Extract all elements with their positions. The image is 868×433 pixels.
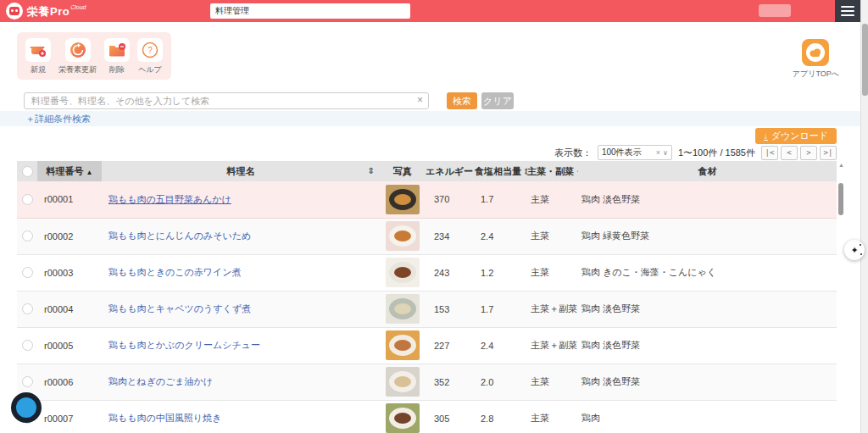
row-select-radio[interactable] (22, 194, 33, 205)
cloud-icon (802, 39, 829, 66)
energy-value: 370 (426, 181, 475, 218)
search-clear-icon[interactable]: × (417, 94, 423, 106)
advanced-search-band (0, 111, 868, 126)
table-row: r00001 鶏もも肉の五目野菜あんかけ 370 1.7 主菜 鶏肉 淡色野菜 (17, 181, 837, 218)
column-header-energy[interactable]: エネルギー⇕ (426, 161, 475, 181)
recipe-name-link[interactable]: 鶏もも肉の中国風照り焼き (108, 413, 221, 423)
hamburger-menu-button[interactable] (835, 0, 860, 22)
svg-text:?: ? (147, 46, 153, 55)
salt-value: 2.4 (475, 218, 527, 254)
help-label: ヘルプ (138, 64, 162, 75)
row-select-radio[interactable] (22, 267, 33, 278)
recipe-code: r00007 (37, 400, 102, 433)
table-scrollbar-up-icon[interactable]: ▲ (838, 162, 844, 168)
recipe-photo (386, 258, 420, 287)
sort-icon: ⇕ (368, 166, 375, 175)
row-select-radio[interactable] (22, 340, 33, 351)
energy-value: 305 (426, 400, 475, 433)
recipe-code: r00005 (37, 327, 102, 364)
salt-value: 1.2 (475, 254, 527, 291)
row-select-radio[interactable] (22, 303, 33, 314)
list-controls: 表示数： 100件表示 × ∨ 1〜100件 / 1585件 |< < > >| (554, 145, 837, 160)
table-row: r00006 鶏肉とねぎのごま油かけ 352 2.0 主菜 鶏肉 淡色野菜 (17, 364, 837, 400)
sort-ascending-icon: ▲ (86, 169, 93, 176)
clear-button[interactable]: クリア (481, 92, 514, 109)
nutrient-update-button[interactable]: 栄養素更新 (58, 38, 97, 75)
help-button[interactable]: ? ヘルプ (137, 38, 163, 75)
page-last-button[interactable]: >| (820, 146, 837, 160)
browser-scrollbar-thumb[interactable] (862, 24, 868, 96)
download-icon: ↓ (764, 132, 768, 141)
question-icon: ? (137, 38, 163, 62)
column-header-name[interactable]: 料理名⇕ (102, 161, 380, 181)
recipe-code: r00006 (37, 364, 102, 400)
recipe-name-link[interactable]: 鶏もも肉の五目野菜あんかけ (108, 194, 231, 204)
ingredients-value: 鶏肉 淡色野菜 (578, 364, 837, 400)
recipe-photo (386, 330, 420, 360)
recipe-name-link[interactable]: 鶏肉とねぎのごま油かけ (108, 376, 213, 386)
recipe-photo (386, 185, 420, 214)
recipe-name-link[interactable]: 鶏もも肉ときのこの赤ワイン煮 (108, 267, 242, 277)
app-top-button[interactable]: アプリTOPへ (793, 39, 839, 80)
user-name-chip (759, 4, 791, 17)
advanced-search-link[interactable]: ＋詳細条件検索 (25, 113, 91, 125)
table-header-row: 料理番号▲ 料理名⇕ 写真 エネルギー⇕ 食塩相当量⇕ 主菜・副菜・他 食材 (17, 161, 837, 181)
row-select-radio[interactable] (22, 376, 33, 387)
result-range-text: 1〜100件 / 1585件 (678, 147, 755, 159)
energy-value: 243 (426, 254, 475, 291)
table-row: r00002 鶏もも肉とにんじんのみそいため 234 2.4 主菜 鶏肉 緑黄色… (17, 218, 837, 254)
chat-widget-button[interactable] (11, 392, 42, 423)
select-clear-icon[interactable]: × (656, 148, 660, 157)
ingredients-value: 鶏肉 淡色野菜 (578, 327, 837, 364)
column-header-salt[interactable]: 食塩相当量⇕ (475, 161, 527, 181)
column-header-code[interactable]: 料理番号▲ (37, 161, 102, 181)
recipe-code: r00002 (37, 218, 102, 254)
recipe-name-link[interactable]: 鶏もも肉とキャベツのうすくず煮 (108, 303, 251, 314)
category-value: 主菜＋副菜 (527, 291, 578, 327)
table-row: r00007 鶏もも肉の中国風照り焼き 305 2.8 主菜 鶏肉 (17, 400, 837, 433)
sparkle-cursor-icon[interactable]: ✦ (844, 240, 865, 260)
app-badge: Cloud (70, 4, 86, 10)
top-header-bar: 栄養ProCloud (0, 0, 868, 22)
page-prev-button[interactable]: < (781, 146, 798, 160)
search-input[interactable] (24, 92, 429, 109)
recipe-code: r00001 (37, 181, 102, 218)
recipe-name-link[interactable]: 鶏もも肉とにんじんのみそいため (108, 230, 251, 241)
row-select-radio[interactable] (22, 230, 33, 241)
app-name: 栄養Pro (27, 5, 70, 18)
recipe-photo (386, 221, 420, 251)
app-top-label: アプリTOPへ (793, 69, 839, 80)
category-value: 主菜 (527, 400, 578, 433)
column-header-ingredients: 食材 (578, 161, 837, 181)
recipe-code: r00003 (37, 254, 102, 291)
ingredients-value: 鶏肉 (578, 400, 837, 433)
search-button[interactable]: 検索 (447, 92, 477, 109)
pagination: |< < > >| (761, 146, 837, 160)
select-all-radio-cell (17, 161, 37, 181)
action-toolbar: 新規 栄養素更新 削除 ? ヘルプ (17, 32, 171, 80)
delete-label: 削除 (109, 64, 125, 75)
table-scrollbar-thumb[interactable] (838, 183, 843, 215)
category-value: 主菜 (527, 218, 578, 254)
display-count-label: 表示数： (554, 147, 592, 159)
salt-value: 1.7 (475, 291, 527, 327)
new-recipe-button[interactable]: 新規 (25, 38, 51, 75)
display-count-select[interactable]: 100件表示 × ∨ (598, 145, 672, 160)
browser-scrollbar[interactable] (860, 0, 868, 433)
page-title-input[interactable] (210, 3, 410, 19)
page-first-button[interactable]: |< (761, 146, 778, 160)
salt-value: 2.4 (475, 327, 527, 364)
nutrient-update-label: 栄養素更新 (58, 64, 97, 75)
select-all-radio[interactable] (22, 166, 33, 177)
category-value: 主菜＋副菜 (527, 327, 578, 364)
recipe-name-link[interactable]: 鶏もも肉とかぶのクリームシチュー (108, 340, 260, 350)
recipe-photo (386, 367, 420, 397)
pot-add-icon (25, 38, 51, 62)
delete-button[interactable]: 削除 (104, 38, 130, 75)
download-button[interactable]: ↓ ダウンロード (755, 128, 837, 144)
download-label: ダウンロード (771, 130, 828, 142)
page-next-button[interactable]: > (800, 146, 817, 160)
category-value: 主菜 (527, 181, 578, 218)
energy-value: 352 (426, 364, 475, 400)
refresh-icon (65, 38, 91, 62)
